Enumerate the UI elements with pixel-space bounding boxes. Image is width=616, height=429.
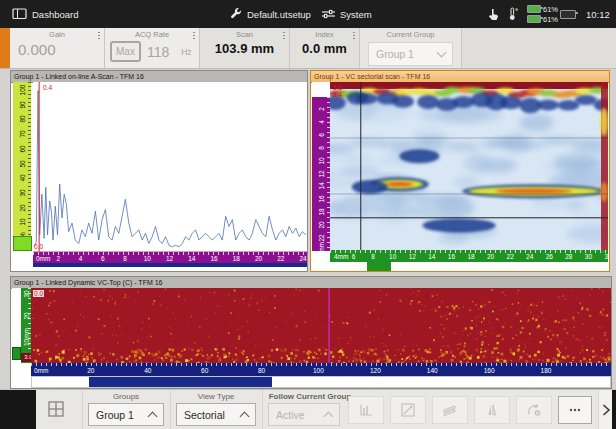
sectorial-depth-ruler[interactable]: 24681012141618202224mm [312, 97, 330, 251]
index-position-panel[interactable]: Index 0.0 mm [290, 28, 360, 68]
view-type-label: View Type [176, 392, 256, 401]
ruler-tick-label: 60 [201, 366, 208, 373]
ruler-tick-label: 20 [23, 312, 30, 319]
single-layout-button[interactable] [348, 396, 384, 424]
system-menu[interactable]: System [322, 0, 372, 28]
rotate-gear-icon [526, 402, 542, 418]
sectorial-readout-top: 3.6 [333, 84, 342, 91]
sectorial-x-ruler[interactable]: 4mm68101214161820222426283032 [330, 250, 608, 262]
ruler-tick-label: 24mm [318, 242, 325, 251]
index-menu-icon[interactable] [353, 31, 355, 39]
ruler-tick-label: 20 [87, 366, 94, 373]
more-tools-button[interactable] [558, 396, 592, 424]
mirror-icon [484, 402, 500, 418]
acq-max-button[interactable]: Max [110, 41, 141, 62]
gain-menu-icon[interactable] [98, 31, 100, 39]
next-page-button[interactable] [598, 390, 613, 429]
cscan-scrollbar-thumb[interactable] [89, 377, 272, 387]
sectorial-position-indicator[interactable] [367, 262, 391, 271]
ruler-tick-label: 120 [370, 366, 381, 373]
ruler-tick-label: 4mm [334, 253, 348, 260]
rotate-settings-button[interactable] [516, 396, 552, 424]
wedge-stack-icon [442, 402, 458, 418]
ruler-tick-label: 70 [19, 130, 26, 137]
ruler-tick-label: 2 [56, 254, 60, 261]
ruler-tick-label: 12 [409, 253, 416, 260]
cscan-scan-ruler[interactable]: 0mm20406080100120140160180 [31, 363, 611, 376]
top-menu-bar: Dashboard Default.utsetup System 61% [0, 0, 616, 28]
ruler-tick-label: 30 [585, 253, 592, 260]
toolbar-corner-right [612, 390, 616, 429]
ascan-amplitude-indicator[interactable] [13, 236, 32, 251]
sectorial-view[interactable]: Group 1 - VC sectorial scan - TFM 16 246… [310, 70, 610, 272]
touch-indicator [487, 0, 499, 28]
acq-rate-panel[interactable]: ACQ Rate Max 118 Hz [105, 28, 200, 68]
cscan-index-indicator[interactable] [12, 347, 21, 360]
sectorial-indicator-track [330, 262, 608, 271]
clock-value: 10:12 [586, 9, 610, 20]
cscan-index-ruler[interactable]: 302010mm [21, 288, 31, 363]
acq-rate-menu-icon[interactable] [193, 31, 195, 39]
ruler-tick-label: 8 [318, 146, 325, 150]
groups-value: Group 1 [96, 409, 134, 421]
sectorial-readout-bottom: 2.4 [333, 91, 342, 98]
ascan-view[interactable]: Group 1 - Linked on-line A-Scan - TFM 16… [10, 70, 308, 272]
ascan-plot[interactable] [33, 82, 307, 252]
mirror-button[interactable] [474, 396, 510, 424]
chevron-up-icon [324, 411, 334, 421]
ruler-tick-label: 18 [318, 209, 325, 216]
ruler-tick-label: 30 [19, 189, 26, 196]
touch-hand-icon [487, 8, 499, 21]
battery-empty-icon [560, 10, 576, 19]
wedge-button[interactable] [432, 396, 468, 424]
ruler-tick-label: 24 [299, 254, 306, 261]
ruler-tick-label: 20 [318, 222, 325, 229]
system-label: System [340, 9, 372, 20]
setup-file-menu[interactable]: Default.utsetup [230, 0, 311, 28]
ruler-tick-label: 180 [541, 366, 552, 373]
grid-icon [48, 401, 64, 417]
ruler-tick-label: 14 [318, 183, 325, 190]
ruler-tick-label: 20 [255, 254, 262, 261]
ruler-tick-label: 60 [19, 145, 26, 152]
ruler-tick-label: 30 [23, 290, 30, 297]
gain-value[interactable]: 0.000 [10, 41, 104, 58]
index-value: 0.0 mm [290, 41, 359, 56]
view-type-dropdown[interactable]: Sectorial [176, 403, 256, 426]
thermometer-icon [507, 7, 519, 21]
layout-grid-button[interactable] [48, 401, 64, 421]
gain-panel[interactable]: Gain 0.000 [10, 28, 105, 68]
ascan-amplitude-ruler: 1009080706050403020100% [13, 82, 31, 251]
cscan-view[interactable]: Group 1 - Linked Dynamic VC-Top (C) - TF… [10, 276, 612, 389]
cscan-scrollbar-track[interactable] [31, 376, 611, 388]
ascan-scroll-strip[interactable] [33, 263, 307, 267]
sliders-icon [322, 8, 335, 20]
ruler-tick-label: 140 [427, 366, 438, 373]
battery-2-icon [527, 15, 541, 23]
scan-menu-icon[interactable] [283, 31, 285, 39]
follow-current-group-dropdown[interactable]: Active [268, 403, 340, 426]
ruler-tick-label: 8 [123, 254, 127, 261]
ascan-x-ruler[interactable]: 0mm24681012141618202224 [33, 252, 307, 263]
cscan-heatmap[interactable] [31, 288, 611, 363]
follow-current-group-value: Active [276, 409, 305, 421]
battery-1-percent: 61% [543, 5, 558, 14]
ruler-tick-label: 40 [19, 175, 26, 182]
battery-1: 61% [527, 5, 558, 14]
ruler-tick-label: 32 [604, 253, 608, 260]
ruler-tick-label: 10 [144, 254, 151, 261]
current-group-dropdown[interactable]: Group 1 [368, 42, 453, 66]
temperature-indicator [507, 0, 519, 28]
toolbar-corner [0, 390, 36, 429]
groups-dropdown[interactable]: Group 1 [88, 403, 164, 426]
cscan-ruler-margin [12, 288, 21, 376]
edit-layout-button[interactable] [390, 396, 426, 424]
dashboard-menu[interactable]: Dashboard [12, 0, 78, 28]
scan-position-panel[interactable]: Scan 103.9 mm [200, 28, 290, 68]
sectorial-heatmap[interactable] [330, 82, 608, 250]
bottom-toolbar: Groups Group 1 View Type Sectorial Follo… [0, 389, 616, 429]
acq-rate-label: ACQ Rate [135, 30, 169, 39]
battery-status: 61% 61% [527, 0, 558, 28]
ascan-readout-top: 0.4 [43, 84, 52, 91]
current-group-value: Group 1 [376, 48, 414, 60]
